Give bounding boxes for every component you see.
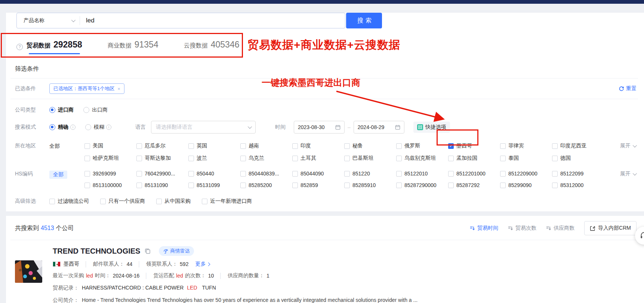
hs-code-option[interactable]: 850440839... [240,171,292,177]
region-all-option[interactable]: 全部 [49,143,84,150]
region-row: 所在地区 全部 美国厄瓜多尔英国越南印度秘鲁俄罗斯✓墨西哥菲律宾印度尼西亚哈萨克… [10,143,638,162]
checkbox-label: 过滤物流公司 [58,198,89,205]
hs-code-option[interactable]: 851220 [344,171,396,177]
region-option[interactable]: 哥斯达黎加 [136,155,188,162]
radio-exact[interactable]: 精确 i [49,124,76,131]
region-option[interactable]: 印度 [292,143,344,149]
tab-business-data[interactable]: 商业数据 91354 [108,40,158,54]
hs-code-option[interactable]: 39269099 [84,171,136,177]
help-circle-icon[interactable]: ? [16,44,23,50]
hs-code-option[interactable]: 85287292 [448,182,500,188]
radio-exporter[interactable]: 出口商 [83,107,108,113]
search-button[interactable]: 搜索 [346,13,382,28]
radio-fuzzy[interactable]: 模糊 i [85,124,111,131]
start-date-picker[interactable]: 2023-08-30 [294,121,345,134]
sort-controls: 贸易时间 贸易次数 供应商数 [470,225,574,232]
region-option[interactable]: 越南 [240,143,292,149]
radio-label: 模糊 [94,124,104,131]
end-date-picker[interactable]: 2024-08-29 [354,121,404,134]
company-thumbnail[interactable] [15,260,42,283]
hs-code-option[interactable]: 85131099 [188,182,240,188]
region-option[interactable]: 乌克兰 [240,155,292,162]
region-option[interactable]: 巴基斯坦 [344,155,396,162]
hs-code-option[interactable]: 85131090 [136,182,188,188]
hs-code-option[interactable]: 85299090 [500,182,552,188]
sort-trade-count[interactable]: 贸易次数 [508,225,536,232]
hs-code-option[interactable]: 85287290000 [396,182,448,188]
search-input[interactable] [80,17,345,24]
quick-options-button[interactable]: 快捷选项 [413,122,450,133]
language-select[interactable]: 请选择翻译语言 [151,121,256,134]
tab-trade-data[interactable]: 贸易数据 292858 [27,40,82,54]
reset-button[interactable]: 重置 [619,85,637,92]
region-option[interactable]: 波兰 [188,155,240,162]
hs-code-option[interactable]: 760429900... [136,171,188,177]
sort-supplier-count[interactable]: 供应商数 [546,225,574,232]
remove-tag-icon[interactable]: × [117,86,120,92]
region-option[interactable]: 厄瓜多尔 [136,143,188,149]
refresh-icon [619,86,624,92]
region-option[interactable]: 德国 [552,155,604,162]
checkbox-icon [448,156,454,161]
advanced-option[interactable]: 只有一个供应商 [100,198,145,205]
hs-code-option[interactable]: 85312000 [552,182,604,188]
radio-importer[interactable]: 进口商 [49,107,74,113]
hs-code-option[interactable]: 8512209000 [500,171,552,177]
search-category-label: 产品名称 [24,17,71,24]
info-icon[interactable]: i [106,125,111,130]
hs-all-option[interactable]: 全部 [49,171,67,179]
region-option[interactable]: 印度尼西亚 [552,143,604,149]
hs-code-option[interactable]: 852859 [292,182,344,188]
region-option[interactable]: 乌兹别克斯坦 [396,155,448,162]
hs-code-option[interactable]: 85285910 [344,182,396,188]
region-option[interactable]: 哈萨克斯坦 [84,155,136,162]
hs-code-option[interactable]: 85122099 [552,171,604,177]
checkbox-icon [292,143,298,149]
hs-code-option[interactable]: 8512201000 [448,171,500,177]
selected-region-tag[interactable]: 已选地区：墨西哥等1个地区 × [49,83,124,94]
region-option[interactable]: 孟加拉国 [448,155,500,162]
sort-label: 供应商数 [554,225,574,232]
region-option[interactable]: 泰国 [500,155,552,162]
tab-label: 云搜数据 [184,42,208,50]
more-link[interactable]: 更多 [195,261,210,267]
hs-code-option[interactable]: 8513100000 [84,182,136,188]
region-option[interactable]: 英国 [188,143,240,149]
import-crm-button[interactable]: 导入内部CRM [584,221,637,235]
company-name[interactable]: TREND TECHNOLOGIES [53,247,140,255]
search-category-select[interactable]: 产品名称 [17,17,80,24]
radar-icon [163,249,168,254]
hs-code-option[interactable]: 850440 [188,171,240,177]
region-option[interactable]: 秘鲁 [344,143,396,149]
region-option[interactable]: 俄罗斯 [396,143,448,149]
radio-label: 精确 [58,124,68,131]
advanced-option[interactable]: 从中国采购 [156,198,191,205]
region-option[interactable]: 美国 [84,143,136,149]
sort-label: 贸易次数 [515,225,536,232]
hs-code-option[interactable]: 85044090 [292,171,344,177]
business-radar-badge[interactable]: 商情雷达 [159,246,194,256]
hs-code-option[interactable]: 85122010 [396,171,448,177]
tab-count: 292858 [53,40,82,50]
checkbox-icon [552,156,558,161]
supplier-label: 供应商的数量： [228,272,264,279]
region-option[interactable]: 菲律宾 [500,143,552,149]
advanced-option[interactable]: 近一年新增进口商 [202,198,252,205]
advanced-option[interactable]: 过滤物流公司 [49,198,89,205]
info-icon[interactable]: i [70,125,76,130]
hs-code-option[interactable]: 85285200 [240,182,292,188]
region-expand-button[interactable]: 展开 [620,143,636,149]
checkbox-icon [500,183,506,188]
sort-trade-time[interactable]: 贸易时间 [470,225,498,232]
region-option[interactable]: 土耳其 [292,155,344,162]
chevron-down-icon [633,143,637,147]
tab-cloud-search-data[interactable]: 云搜数据 405346 [184,40,240,54]
hs-expand-button[interactable]: 展开 [620,171,636,177]
copy-icon[interactable] [145,248,151,254]
region-option[interactable]: ✓墨西哥 [448,143,500,149]
checkbox-icon [396,171,402,177]
purchase-mid: 时间： [95,272,111,279]
checkbox-label: 波兰 [197,155,207,162]
checkbox-label: 8512209000 [508,171,537,177]
mexico-flag-icon [53,261,61,267]
